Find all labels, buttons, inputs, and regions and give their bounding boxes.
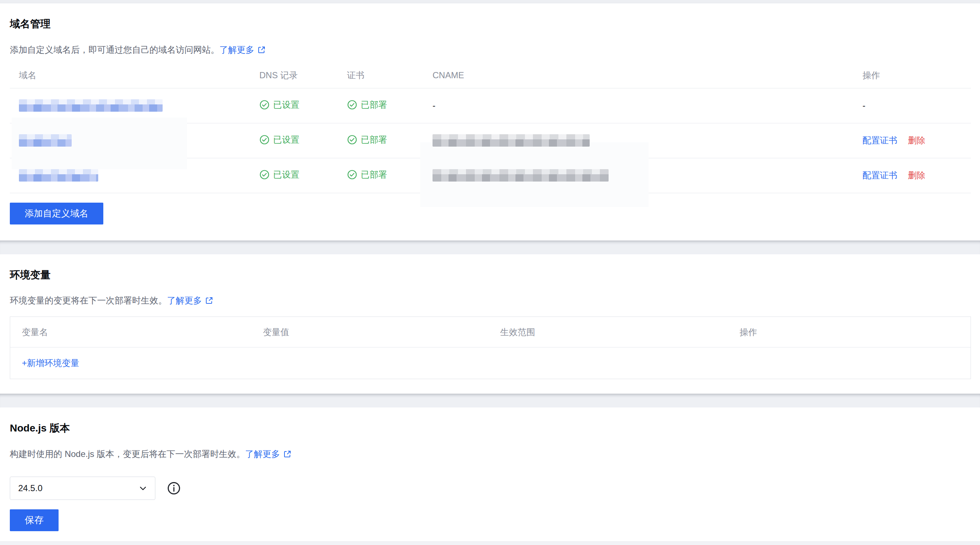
header-certificate: 证书 — [347, 70, 433, 81]
domain-section-description: 添加自定义域名后，即可通过您自己的域名访问网站。 了解更多 — [10, 44, 971, 56]
cname-cell: - — [433, 100, 862, 111]
header-dns-record: DNS 记录 — [259, 70, 347, 81]
node-version-controls: 24.5.0 — [10, 476, 971, 500]
node-description-text: 构建时使用的 Node.js 版本，变更后将在下一次部署时生效。 — [10, 448, 245, 460]
redacted-cname-value — [433, 134, 590, 147]
check-circle-icon — [259, 100, 270, 110]
dns-status: 已设置 — [259, 134, 299, 145]
external-link-icon[interactable] — [257, 45, 266, 54]
save-button[interactable]: 保存 — [10, 509, 59, 531]
cert-status: 已部署 — [347, 169, 387, 180]
domain-section-title: 域名管理 — [10, 3, 971, 30]
check-circle-icon — [259, 135, 270, 145]
delete-domain-link[interactable]: 删除 — [908, 170, 926, 180]
cert-status-label: 已部署 — [361, 134, 387, 145]
dns-status-cell: 已设置 — [259, 99, 347, 112]
actions-placeholder: - — [862, 100, 865, 110]
domain-table: 域名 DNS 记录 证书 CNAME 操作 已设置 — [10, 63, 971, 193]
env-description-text: 环境变量的变更将在下一次部署时生效。 — [10, 295, 167, 306]
node-section-title: Node.js 版本 — [10, 408, 971, 434]
actions-cell: 配置证书 删除 — [862, 135, 971, 146]
env-variables-table: 变量名 变量值 生效范围 操作 +新增环境变量 — [10, 317, 971, 379]
env-add-row: +新增环境变量 — [10, 347, 970, 379]
header-scope: 生效范围 — [500, 326, 740, 338]
domain-cell — [10, 134, 259, 147]
actions-cell: - — [862, 100, 971, 111]
redacted-domain-link[interactable] — [19, 169, 98, 182]
check-circle-icon — [347, 100, 357, 110]
cert-status: 已部署 — [347, 99, 387, 111]
redacted-cname-value — [433, 169, 609, 182]
configure-cert-link[interactable]: 配置证书 — [862, 135, 897, 145]
domain-cell — [10, 169, 259, 182]
section-divider — [0, 241, 980, 254]
cert-status-cell: 已部署 — [347, 99, 433, 112]
chevron-down-icon — [138, 483, 148, 493]
header-variable-value: 变量值 — [263, 326, 500, 338]
external-link-icon[interactable] — [283, 450, 292, 458]
environment-variables-card: 环境变量 环境变量的变更将在下一次部署时生效。 了解更多 变量名 变量值 生效范… — [0, 254, 980, 379]
delete-domain-link[interactable]: 删除 — [908, 135, 926, 145]
domain-management-card: 域名管理 添加自定义域名后，即可通过您自己的域名访问网站。 了解更多 域名 DN… — [0, 3, 980, 241]
node-section-description: 构建时使用的 Node.js 版本，变更后将在下一次部署时生效。 了解更多 — [10, 448, 971, 460]
domain-cell — [10, 99, 259, 112]
dns-status-cell: 已设置 — [259, 169, 347, 182]
cname-cell — [433, 169, 862, 182]
dns-status-label: 已设置 — [273, 99, 299, 111]
env-section-title: 环境变量 — [10, 254, 971, 281]
env-table-header-row: 变量名 变量值 生效范围 操作 — [10, 317, 970, 347]
cert-status-cell: 已部署 — [347, 134, 433, 147]
node-learn-more-link[interactable]: 了解更多 — [245, 448, 280, 460]
redacted-domain-link[interactable] — [19, 134, 72, 147]
external-link-icon[interactable] — [205, 296, 213, 305]
section-divider — [0, 394, 980, 408]
check-circle-icon — [347, 169, 357, 180]
redacted-domain-link[interactable] — [19, 99, 162, 112]
configure-cert-link[interactable]: 配置证书 — [862, 170, 897, 180]
dns-status: 已设置 — [259, 99, 299, 111]
header-actions: 操作 — [862, 70, 971, 81]
page-top-strip — [0, 0, 980, 3]
cname-cell — [433, 134, 862, 147]
dns-status-label: 已设置 — [273, 169, 299, 180]
domain-table-header-row: 域名 DNS 记录 证书 CNAME 操作 — [10, 63, 971, 88]
add-custom-domain-button[interactable]: 添加自定义域名 — [10, 202, 103, 225]
header-cname: CNAME — [433, 70, 862, 80]
domain-description-text: 添加自定义域名后，即可通过您自己的域名访问网站。 — [10, 44, 220, 56]
nodejs-version-card: Node.js 版本 构建时使用的 Node.js 版本，变更后将在下一次部署时… — [0, 408, 980, 531]
env-learn-more-link[interactable]: 了解更多 — [167, 295, 202, 306]
header-domain: 域名 — [10, 70, 259, 81]
cname-value: - — [433, 100, 436, 110]
dns-status-label: 已设置 — [273, 134, 299, 145]
domain-learn-more-link[interactable]: 了解更多 — [220, 44, 254, 56]
check-circle-icon — [259, 169, 270, 180]
add-env-variable-link[interactable]: +新增环境变量 — [22, 357, 79, 369]
cert-status-cell: 已部署 — [347, 169, 433, 182]
header-env-actions: 操作 — [740, 326, 970, 338]
node-version-select[interactable]: 24.5.0 — [10, 476, 155, 500]
info-icon[interactable] — [167, 481, 181, 495]
page-bottom-strip — [0, 541, 980, 545]
node-version-selected-value: 24.5.0 — [18, 483, 43, 493]
dns-status: 已设置 — [259, 169, 299, 180]
actions-cell: 配置证书 删除 — [862, 169, 971, 181]
env-section-description: 环境变量的变更将在下一次部署时生效。 了解更多 — [10, 295, 971, 306]
cert-status: 已部署 — [347, 134, 387, 145]
cert-status-label: 已部署 — [361, 169, 387, 180]
check-circle-icon — [347, 135, 357, 145]
cert-status-label: 已部署 — [361, 99, 387, 111]
dns-status-cell: 已设置 — [259, 134, 347, 147]
header-variable-name: 变量名 — [10, 326, 263, 338]
